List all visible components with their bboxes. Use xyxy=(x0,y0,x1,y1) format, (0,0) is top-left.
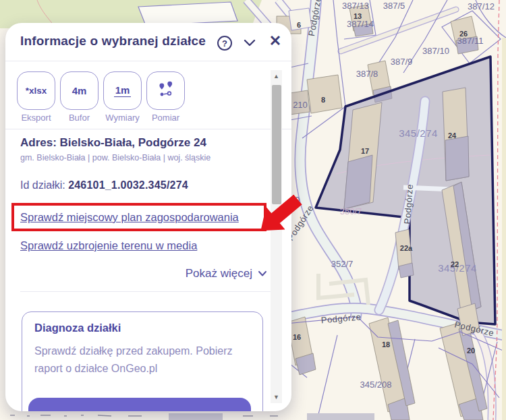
map-label: 18 xyxy=(382,340,390,349)
map-label: 210 xyxy=(293,100,308,110)
map-label: 387/13 xyxy=(342,1,369,11)
map-label: 17 xyxy=(361,147,369,155)
map-label: 8 xyxy=(321,96,325,104)
scroll-up-arrow[interactable]: ▲ xyxy=(271,71,282,81)
toolbar: *xlsx Eksport 4m Bufor 1m Wymiary xyxy=(17,71,185,123)
svg-text:?: ? xyxy=(222,38,227,49)
chevron-down-icon xyxy=(258,267,267,280)
scrollbar-thumb[interactable] xyxy=(272,85,281,204)
map-label: 387/8 xyxy=(356,69,378,79)
annotation-highlight-box xyxy=(11,203,266,231)
map-label: 345/274 xyxy=(399,127,438,139)
map-label: 352/7 xyxy=(331,259,354,269)
diagnosis-cta-button[interactable] xyxy=(28,398,251,411)
divider xyxy=(5,61,291,61)
tool-measure: Pomiar xyxy=(146,71,185,123)
map-label: 22a xyxy=(400,244,413,252)
show-more-button[interactable]: Pokaż więcej xyxy=(186,267,267,280)
measure-pins-icon xyxy=(157,81,175,100)
parcel-id-label: Id działki: xyxy=(20,179,68,191)
map-label: 22 xyxy=(451,260,459,268)
map-label: 387/12 xyxy=(468,1,495,11)
tool-dimensions: 1m Wymiary xyxy=(103,71,142,123)
buffer-caption: Bufor xyxy=(69,113,90,123)
parcel-address-admin: gm. Bielsko-Biała | pow. Bielsko-Biała |… xyxy=(20,153,210,162)
diagnosis-card: Diagnoza działki Sprawdź działkę przed z… xyxy=(22,311,263,411)
parcel-address: Adres: Bielsko-Biała, Podgórze 24 xyxy=(20,136,206,150)
diagnosis-body: Sprawdź działkę przed zakupem. Pobierz r… xyxy=(34,342,250,378)
parcel-id-value: 246101_1.0032.345/274 xyxy=(68,179,188,191)
link-utilities[interactable]: Sprawdź uzbrojenie terenu w media xyxy=(20,239,197,252)
help-icon[interactable]: ? xyxy=(217,35,233,51)
tool-buffer: 4m Bufor xyxy=(60,71,99,123)
panel-title: Informacje o wybranej działce xyxy=(20,34,206,49)
buffer-button[interactable]: 4m xyxy=(60,71,99,110)
map-label: 387/9 xyxy=(391,57,413,67)
map-label: 387/10 xyxy=(422,46,449,56)
dimensions-caption: Wymiary xyxy=(105,113,139,123)
map-label: 13 xyxy=(354,12,362,20)
app-root: { "panel": { "title": "Informacje o wybr… xyxy=(0,0,506,420)
parcel-info-panel: Informacje o wybranej działce ? ✕ *xlsx … xyxy=(5,23,291,411)
map-label: 6 xyxy=(297,21,301,29)
map-label: 26 xyxy=(459,30,468,38)
close-icon[interactable]: ✕ xyxy=(267,33,283,49)
panel-scrollbar[interactable]: ▲ ▼ xyxy=(271,70,282,403)
dimensions-button[interactable]: 1m xyxy=(103,71,142,110)
measure-button[interactable] xyxy=(146,71,185,110)
export-caption: Eksport xyxy=(21,113,51,123)
divider xyxy=(5,129,291,129)
map-label: 345/208 xyxy=(360,380,392,390)
map-label: 24 xyxy=(448,131,457,140)
diagnosis-title: Diagnoza działki xyxy=(34,322,262,334)
export-button[interactable]: *xlsx xyxy=(17,71,55,110)
scroll-down-arrow[interactable]: ▼ xyxy=(271,392,282,402)
map-label: 387/14 xyxy=(347,19,374,29)
map-label: 350/7 xyxy=(340,206,362,216)
measure-caption: Pomiar xyxy=(152,113,179,123)
divider xyxy=(20,291,277,292)
map-label: 16 xyxy=(293,333,301,341)
tool-export: *xlsx Eksport xyxy=(17,71,55,123)
map-label: 20 xyxy=(467,347,475,355)
collapse-chevron-down-icon[interactable] xyxy=(242,37,258,53)
parcel-id-row: Id działki: 246101_1.0032.345/274 xyxy=(20,179,188,191)
map-label: 387/5 xyxy=(383,1,405,11)
